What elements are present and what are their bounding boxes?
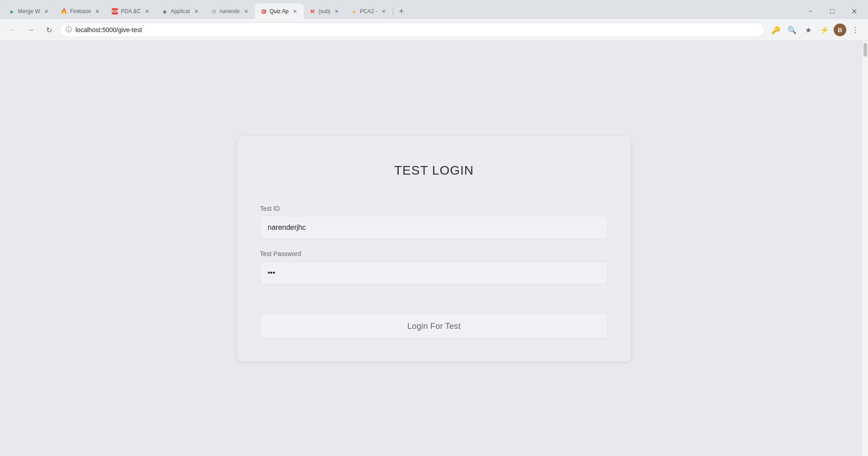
tab-close-pda[interactable]: ✕ [143, 8, 151, 15]
browser-chrome: ▶ Merge W ✕ 🔥 Firebase ✕ JOB PDA &C ✕ ◉ … [0, 0, 868, 41]
test-id-input[interactable] [260, 216, 608, 239]
test-id-group: Test ID [260, 205, 608, 239]
tab-firebase[interactable]: 🔥 Firebase ✕ [56, 4, 107, 19]
scrollbar [863, 41, 868, 456]
tab-label-applicat: Applicat [170, 8, 190, 14]
tab-favicon-pda: JOB [112, 8, 118, 14]
tab-label-gmail: (subj [318, 8, 330, 14]
tab-narende[interactable]: ⬡ narende ✕ [205, 4, 255, 19]
tab-label-quiz: Quiz Ap [269, 8, 288, 14]
tab-favicon-firebase: 🔥 [61, 8, 67, 14]
new-tab-button[interactable]: + [395, 5, 408, 18]
tab-favicon-gmail: M [309, 8, 316, 14]
tab-favicon-quiz: 🎯 [260, 8, 267, 14]
url-text: localhost:5000/give-test [75, 26, 759, 33]
back-button[interactable]: ← [5, 23, 20, 37]
tab-favicon-applicat: ◉ [161, 8, 168, 14]
extensions-button[interactable]: ⚡ [817, 23, 832, 37]
tab-favicon-merge: ▶ [9, 8, 15, 14]
toolbar-actions: 🔑 🔍 ★ ⚡ B ⋮ [769, 23, 863, 37]
tab-applicat[interactable]: ◉ Applicat ✕ [156, 4, 205, 19]
test-password-group: Test Password [260, 250, 608, 285]
tab-separator [393, 7, 393, 16]
tab-close-quiz[interactable]: ✕ [291, 8, 298, 15]
tab-gmail[interactable]: M (subj ✕ [304, 4, 345, 19]
url-bar[interactable]: ⓘ localhost:5000/give-test [60, 23, 765, 37]
test-password-label: Test Password [260, 250, 608, 257]
window-controls: − □ ✕ [800, 2, 864, 21]
profile-button[interactable]: B [834, 24, 846, 36]
tab-label-narende: narende [220, 8, 240, 14]
tab-close-firebase[interactable]: ✕ [94, 8, 101, 15]
tab-quiz[interactable]: 🎯 Quiz Ap ✕ [255, 4, 304, 19]
tab-favicon-narende: ⬡ [211, 8, 217, 14]
password-key-button[interactable]: 🔑 [769, 23, 783, 37]
security-icon: ⓘ [66, 26, 72, 34]
page-content: TEST LOGIN Test ID Test Password Login F… [0, 41, 868, 456]
maximize-button[interactable]: □ [822, 2, 843, 21]
close-button[interactable]: ✕ [844, 2, 864, 21]
reload-button[interactable]: ↻ [42, 23, 56, 37]
tab-close-gmail[interactable]: ✕ [333, 8, 340, 15]
menu-button[interactable]: ⋮ [848, 23, 863, 37]
bookmark-button[interactable]: ★ [801, 23, 816, 37]
minimize-button[interactable]: − [800, 2, 821, 21]
forward-button[interactable]: → [24, 23, 38, 37]
tab-favicon-pca2: ▲ [351, 8, 357, 14]
test-password-input[interactable] [260, 261, 608, 285]
scrollbar-thumb[interactable] [863, 43, 867, 57]
test-id-label: Test ID [260, 205, 608, 212]
tab-pca2[interactable]: ▲ PCA2 - ✕ [345, 4, 393, 19]
tab-label-pda: PDA &C [121, 8, 141, 14]
address-bar: ← → ↻ ⓘ localhost:5000/give-test 🔑 🔍 ★ ⚡… [0, 19, 868, 41]
tab-label-pca2: PCA2 - [360, 8, 377, 14]
tab-close-narende[interactable]: ✕ [242, 8, 250, 15]
page-title: TEST LOGIN [260, 163, 608, 178]
tab-label-merge: Merge W [18, 8, 40, 14]
search-button[interactable]: 🔍 [785, 23, 799, 37]
tab-bar: ▶ Merge W ✕ 🔥 Firebase ✕ JOB PDA &C ✕ ◉ … [0, 0, 868, 19]
tab-close-merge[interactable]: ✕ [43, 8, 50, 15]
tab-close-applicat[interactable]: ✕ [193, 8, 200, 15]
login-card: TEST LOGIN Test ID Test Password Login F… [237, 136, 631, 361]
tab-close-pca2[interactable]: ✕ [380, 8, 387, 15]
tab-merge[interactable]: ▶ Merge W ✕ [4, 4, 56, 19]
tab-label-firebase: Firebase [70, 8, 91, 14]
login-for-test-button[interactable]: Login For Test [260, 314, 608, 339]
tab-pda[interactable]: JOB PDA &C ✕ [106, 4, 156, 19]
